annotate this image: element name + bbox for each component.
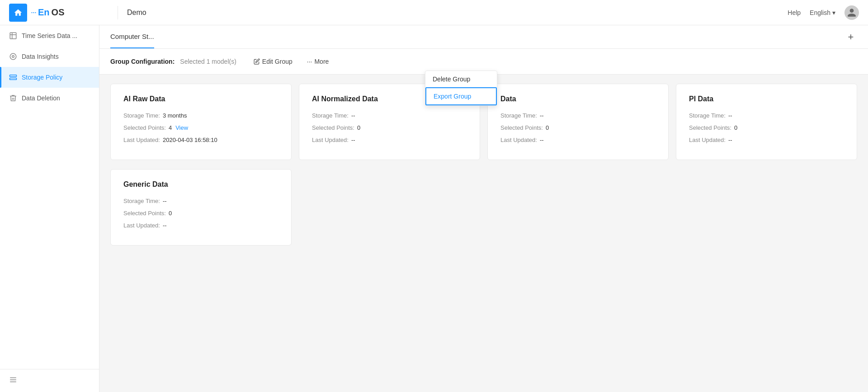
delete-group-item[interactable]: Delete Group xyxy=(425,71,497,87)
selected-info: Selected 1 model(s) xyxy=(180,58,236,65)
card-title-ai-raw-data: AI Raw Data xyxy=(123,95,278,103)
card-title-generic-data: Generic Data xyxy=(123,180,278,189)
svg-point-4 xyxy=(12,56,14,58)
language-selector[interactable]: English ▾ xyxy=(810,9,835,16)
edit-group-button[interactable]: Edit Group xyxy=(247,55,299,68)
card-storage-time-row-3: Storage Time: -- xyxy=(689,112,844,119)
main-layout: Time Series Data ... Data Insights Stora… xyxy=(0,25,868,392)
card-selected-points-row-1: Selected Points: 0 xyxy=(312,124,467,131)
topbar: ··· EnOS Demo Help English ▾ xyxy=(0,0,868,25)
card-selected-points-row-generic: Selected Points: 0 xyxy=(123,210,278,217)
card-storage-time-row-1: Storage Time: -- xyxy=(312,112,467,119)
more-button[interactable]: ··· More xyxy=(301,55,335,68)
sidebar-label-data-insights: Data Insights xyxy=(22,53,59,60)
content-tab[interactable]: Computer St... xyxy=(110,25,154,48)
deletion-icon xyxy=(9,94,17,102)
topbar-right: Help English ▾ xyxy=(788,5,859,20)
sidebar-item-storage-policy[interactable]: Storage Policy xyxy=(0,67,99,88)
sidebar-label-storage-policy: Storage Policy xyxy=(22,74,62,81)
help-link[interactable]: Help xyxy=(788,9,801,16)
card-pi-data: PI Data Storage Time: -- Selected Points… xyxy=(676,84,857,160)
card-selected-points-row-0: Selected Points: 4 View xyxy=(123,124,278,131)
view-link-0[interactable]: View xyxy=(175,124,188,131)
svg-rect-0 xyxy=(10,33,16,39)
topbar-title: Demo xyxy=(127,9,146,17)
export-group-item[interactable]: Export Group xyxy=(425,87,497,105)
sidebar-label-time-series: Time Series Data ... xyxy=(22,32,77,39)
logo-en: En xyxy=(38,7,50,18)
logo-dots: ··· xyxy=(31,8,36,17)
card-last-updated-row-1: Last Updated: -- xyxy=(312,137,467,143)
edit-icon xyxy=(254,58,260,65)
selected-points-value-0: 4 xyxy=(169,124,172,131)
storage-time-value-0: 3 months xyxy=(163,112,187,119)
group-config-label: Group Configuration: xyxy=(110,58,175,65)
sidebar: Time Series Data ... Data Insights Stora… xyxy=(0,25,99,392)
content-header: Computer St... + xyxy=(99,25,868,49)
card-ai-raw-data: AI Raw Data Storage Time: 3 months Selec… xyxy=(110,84,292,160)
storage-time-label-0: Storage Time: xyxy=(123,112,160,119)
menu-icon xyxy=(9,376,17,384)
card-last-updated-row-2: Last Updated: -- xyxy=(500,137,656,143)
selected-points-label-0: Selected Points: xyxy=(123,124,166,131)
insights-icon xyxy=(9,52,17,61)
cards-grid-row2: Generic Data Storage Time: -- Selected P… xyxy=(99,169,868,255)
content-area: Computer St... + Group Configuration: Se… xyxy=(99,25,868,392)
add-button[interactable]: + xyxy=(844,31,857,43)
toolbar: Group Configuration: Selected 1 model(s)… xyxy=(99,49,868,75)
card-storage-time-row-generic: Storage Time: -- xyxy=(123,198,278,204)
topbar-divider xyxy=(118,6,118,19)
logo: ··· EnOS xyxy=(31,7,64,18)
card-selected-points-row-3: Selected Points: 0 xyxy=(689,124,844,131)
svg-rect-6 xyxy=(10,78,17,80)
last-updated-value-0: 2020-04-03 16:58:10 xyxy=(163,137,217,143)
card-title-pi-data: PI Data xyxy=(689,95,844,103)
svg-rect-5 xyxy=(10,75,17,77)
home-button[interactable] xyxy=(9,4,27,22)
sidebar-label-data-deletion: Data Deletion xyxy=(22,94,60,102)
svg-point-3 xyxy=(10,53,16,60)
last-updated-label-0: Last Updated: xyxy=(123,137,160,143)
logo-area: ··· EnOS xyxy=(9,4,108,22)
sidebar-item-data-deletion[interactable]: Data Deletion xyxy=(0,88,99,109)
card-last-updated-row-3: Last Updated: -- xyxy=(689,137,844,143)
card-selected-points-row-2: Selected Points: 0 xyxy=(500,124,656,131)
logo-os: OS xyxy=(52,7,65,18)
sidebar-item-time-series[interactable]: Time Series Data ... xyxy=(0,25,99,46)
user-avatar[interactable] xyxy=(844,5,859,20)
card-storage-time-row-0: Storage Time: 3 months xyxy=(123,112,278,119)
card-title-data: Data xyxy=(500,95,656,103)
card-data: Data Storage Time: -- Selected Points: 0… xyxy=(487,84,669,160)
sidebar-item-data-insights[interactable]: Data Insights xyxy=(0,46,99,67)
storage-icon xyxy=(9,73,17,81)
card-last-updated-row-generic: Last Updated: -- xyxy=(123,222,278,229)
card-last-updated-row-0: Last Updated: 2020-04-03 16:58:10 xyxy=(123,137,278,143)
card-generic-data: Generic Data Storage Time: -- Selected P… xyxy=(110,169,292,246)
timeseries-icon xyxy=(9,32,17,40)
card-storage-time-row-2: Storage Time: -- xyxy=(500,112,656,119)
dropdown-menu: Delete Group Export Group xyxy=(425,71,497,106)
sidebar-footer[interactable] xyxy=(0,369,99,392)
